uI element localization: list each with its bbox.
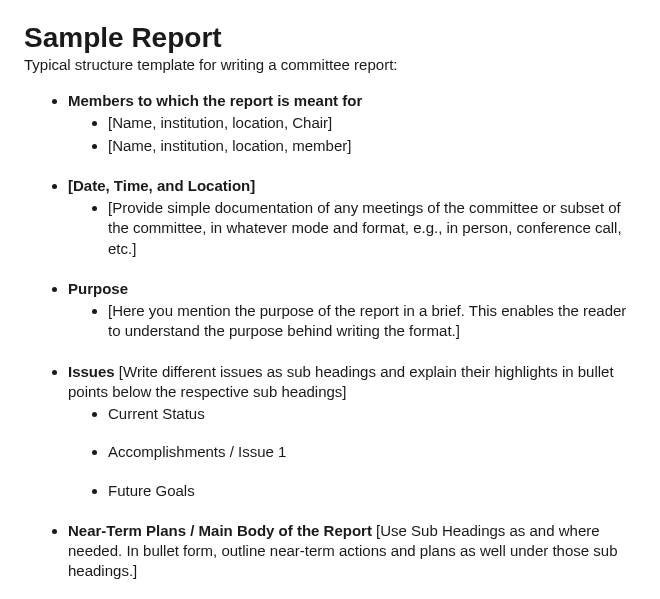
outline-item-heading: Members to which the report is meant for bbox=[68, 92, 362, 109]
report-title: Sample Report bbox=[24, 22, 642, 54]
outline-subitem: [Here you mention the purpose of the rep… bbox=[108, 301, 642, 342]
outline-item-heading: Near-Term Plans / Main Body of the Repor… bbox=[68, 522, 372, 539]
outline-sublist: [Provide simple documentation of any mee… bbox=[68, 198, 642, 259]
outline-sublist: [Name, institution, location, Chair][Nam… bbox=[68, 113, 642, 156]
outline-subitem: [Name, institution, location, Chair] bbox=[108, 113, 642, 133]
outline-item-heading: [Date, Time, and Location] bbox=[68, 177, 255, 194]
outline-subitem: Current Status bbox=[108, 404, 642, 424]
outline-sublist: Current StatusAccomplishments / Issue 1F… bbox=[68, 404, 642, 501]
outline-item: Members to which the report is meant for… bbox=[68, 91, 642, 156]
outline-subitem: Accomplishments / Issue 1 bbox=[108, 442, 642, 462]
outline-subitem: [Provide simple documentation of any mee… bbox=[108, 198, 642, 259]
outline-subitem: [Name, institution, location, member] bbox=[108, 136, 642, 156]
outline-subitem: Future Goals bbox=[108, 481, 642, 501]
outline-item: Near-Term Plans / Main Body of the Repor… bbox=[68, 521, 642, 582]
outline-item-heading: Purpose bbox=[68, 280, 128, 297]
outline-sublist: [Here you mention the purpose of the rep… bbox=[68, 301, 642, 342]
outline-item: Issues [Write different issues as sub he… bbox=[68, 362, 642, 501]
outline-item-trail: [Write different issues as sub headings … bbox=[68, 363, 614, 400]
outline-item: Purpose[Here you mention the purpose of … bbox=[68, 279, 642, 342]
report-intro: Typical structure template for writing a… bbox=[24, 56, 642, 73]
outline-item-heading: Issues bbox=[68, 363, 115, 380]
outline-item: [Date, Time, and Location][Provide simpl… bbox=[68, 176, 642, 259]
report-outline: Members to which the report is meant for… bbox=[24, 91, 642, 582]
